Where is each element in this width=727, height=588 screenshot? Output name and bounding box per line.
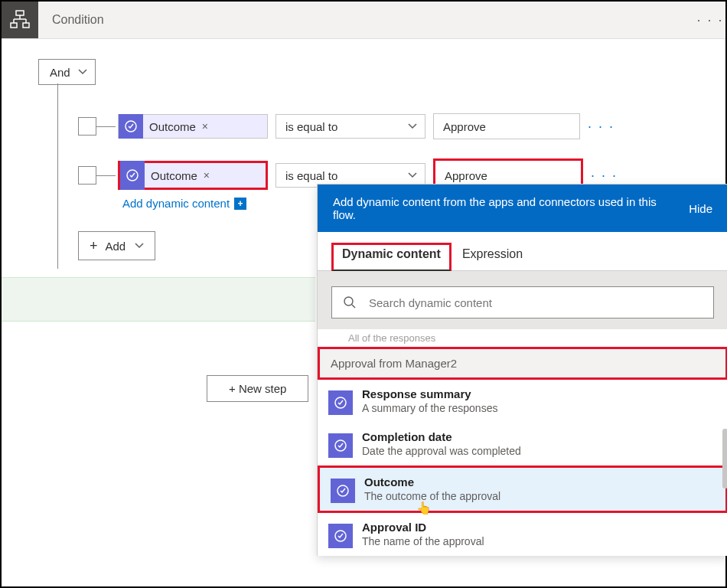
condition-icon	[2, 2, 38, 38]
operator-select[interactable]: is equal to	[275, 114, 425, 139]
dc-item-title: Completion date	[362, 430, 521, 443]
svg-point-9	[344, 297, 353, 305]
dc-truncated-item: All of the responses	[318, 329, 727, 347]
chevron-down-icon	[408, 123, 417, 129]
value-input[interactable]: Approve	[433, 113, 580, 139]
value-text: Approve	[443, 120, 486, 133]
dc-item-desc: The name of the approval	[362, 535, 484, 547]
dc-search-box[interactable]	[331, 286, 714, 318]
approval-icon	[328, 524, 353, 548]
tab-expression[interactable]: Expression	[452, 243, 533, 270]
dc-section-header-label: Approval from Manager2	[331, 357, 457, 370]
dc-item-desc: A summary of the responses	[362, 402, 497, 414]
tab-dynamic-content[interactable]: Dynamic content	[331, 243, 452, 271]
dc-item-response-summary[interactable]: Response summary A summary of the respon…	[318, 380, 727, 423]
dc-item-outcome[interactable]: Outcome The outcome of the approval 👆	[318, 466, 727, 513]
svg-line-10	[352, 305, 355, 308]
add-dynamic-label: Add dynamic content	[122, 197, 230, 210]
dc-tabs: Dynamic content Expression	[318, 232, 727, 271]
row-more-button[interactable]: · · ·	[588, 119, 615, 135]
dc-item-title: Response summary	[362, 387, 497, 400]
dc-item-completion-date[interactable]: Completion date Date the approval was co…	[318, 423, 727, 466]
dc-hide-button[interactable]: Hide	[689, 202, 712, 215]
dc-search-input[interactable]	[367, 296, 703, 310]
svg-rect-0	[16, 11, 24, 15]
scrollbar-thumb[interactable]	[722, 429, 727, 488]
condition-row-1: Outcome × is equal to Approve · · ·	[78, 113, 725, 140]
condition-title: Condition	[38, 13, 695, 27]
approval-icon	[328, 433, 353, 458]
search-icon	[343, 296, 357, 309]
chevron-down-icon	[135, 243, 144, 249]
dc-item-desc: Date the approval was completed	[362, 445, 521, 457]
group-operator-select[interactable]: And	[38, 59, 96, 85]
approval-icon	[328, 390, 353, 415]
group-operator-label: And	[50, 66, 70, 79]
row-checkbox[interactable]	[78, 117, 96, 136]
dynamic-content-popup: Add dynamic content from the apps and co…	[317, 184, 727, 556]
row-more-button[interactable]: · · ·	[591, 168, 618, 184]
new-step-label: + New step	[229, 382, 286, 395]
operator-label: is equal to	[285, 120, 337, 133]
dc-item-approval-id[interactable]: Approval ID The name of the approval	[318, 513, 727, 556]
chevron-down-icon	[408, 172, 417, 178]
approval-icon	[119, 114, 143, 139]
add-label: Add	[106, 240, 126, 253]
add-condition-button[interactable]: + Add	[78, 231, 155, 260]
if-yes-strip	[2, 277, 315, 322]
approval-icon	[331, 479, 355, 503]
chevron-down-icon	[78, 69, 87, 75]
approval-icon	[120, 161, 145, 190]
operand-token[interactable]: Outcome ×	[118, 161, 268, 190]
value-text: Approve	[445, 169, 487, 182]
token-label: Outcome	[149, 120, 196, 133]
dc-banner-text: Add dynamic content from the apps and co…	[333, 195, 673, 221]
operator-label: is equal to	[285, 169, 337, 182]
dc-item-desc: The outcome of the approval	[364, 490, 500, 502]
tab-dynamic-label: Dynamic content	[342, 247, 441, 260]
dc-list: All of the responses Approval from Manag…	[318, 329, 727, 556]
row-checkbox[interactable]	[78, 166, 96, 185]
operand-token[interactable]: Outcome ×	[118, 114, 268, 139]
token-remove-icon[interactable]: ×	[202, 120, 208, 132]
plus-icon: +	[234, 198, 246, 210]
token-remove-icon[interactable]: ×	[204, 169, 210, 181]
dc-section-header: Approval from Manager2	[318, 347, 727, 380]
dc-filter-area	[318, 271, 727, 329]
token-label: Outcome	[151, 169, 197, 182]
dc-banner: Add dynamic content from the apps and co…	[318, 185, 727, 232]
condition-card-header: Condition · · ·	[2, 2, 725, 39]
plus-icon: +	[90, 238, 98, 254]
dc-item-title: Approval ID	[362, 521, 484, 534]
tab-expression-label: Expression	[462, 247, 523, 260]
svg-rect-6	[23, 23, 29, 28]
svg-rect-5	[11, 23, 17, 28]
dc-item-title: Outcome	[364, 475, 500, 488]
new-step-button[interactable]: + New step	[207, 375, 308, 402]
card-more-button[interactable]: · · ·	[695, 12, 725, 28]
